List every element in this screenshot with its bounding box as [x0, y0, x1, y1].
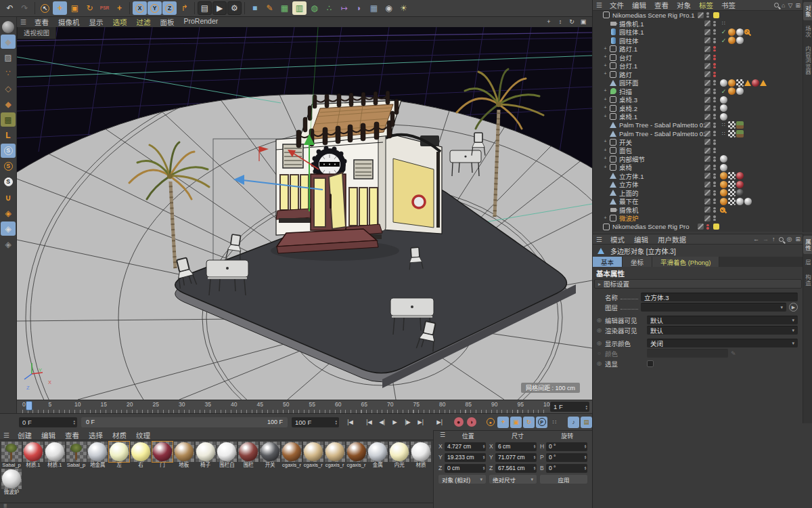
- object-row[interactable]: +开关: [593, 138, 803, 147]
- tag-check-icon[interactable]: [720, 37, 727, 44]
- expand-toggle[interactable]: +: [602, 54, 608, 60]
- layer-toggle[interactable]: [704, 148, 710, 154]
- tag-uv-icon[interactable]: [728, 130, 736, 137]
- expand-toggle[interactable]: +: [602, 97, 608, 103]
- visibility-dots[interactable]: [713, 28, 717, 35]
- coord-field[interactable]: 4.727 cm▴▾: [445, 442, 486, 451]
- render-settings-icon[interactable]: ⚙: [227, 1, 242, 15]
- tag-tri-icon[interactable]: [760, 80, 767, 86]
- tag-mat-icon[interactable]: [736, 28, 744, 36]
- tag-phong-icon[interactable]: [720, 198, 727, 205]
- snap-settings-icon[interactable]: S: [1, 159, 16, 173]
- lock-workplane-icon[interactable]: ◈: [1, 221, 16, 236]
- material-item[interactable]: 微波炉: [1, 469, 22, 496]
- tag-mat-icon[interactable]: [720, 155, 727, 163]
- material-item[interactable]: 内光: [389, 442, 410, 469]
- tag-uv-icon[interactable]: [728, 181, 736, 188]
- xray-checkbox[interactable]: [647, 360, 654, 367]
- autokeying-icon[interactable]: ◑: [466, 417, 477, 428]
- goto-start-icon[interactable]: |◀: [344, 417, 356, 428]
- visibility-dots[interactable]: [713, 105, 717, 112]
- render-view-icon[interactable]: ▤: [198, 1, 212, 15]
- object-name[interactable]: Palm Tree - Sabal Palmetto 01: [619, 130, 704, 137]
- tag-tree-icon[interactable]: [736, 121, 744, 129]
- tag-yellow-icon[interactable]: [713, 224, 719, 230]
- layer-toggle[interactable]: [704, 190, 710, 196]
- object-row[interactable]: +扫描: [593, 87, 803, 96]
- layer-toggle[interactable]: [704, 20, 710, 26]
- object-row[interactable]: +台灯: [593, 54, 803, 62]
- material-item[interactable]: 地板: [174, 442, 195, 469]
- layer-toggle[interactable]: [704, 139, 710, 145]
- visibility-dots[interactable]: [713, 122, 717, 129]
- tag-phong-icon[interactable]: [720, 172, 727, 179]
- goto-prev-key-icon[interactable]: |◀: [363, 417, 375, 428]
- spinner-arrows[interactable]: ▴▾: [73, 419, 75, 425]
- menu-item-标签[interactable]: 标签: [695, 0, 717, 11]
- dock-tab-构造[interactable]: 构造: [803, 271, 812, 289]
- tag-phong-icon[interactable]: [728, 28, 736, 36]
- tag-yellow-icon[interactable]: [713, 12, 719, 18]
- tag-tri-icon[interactable]: [744, 80, 751, 86]
- object-name[interactable]: Nikomedias Scene Rig Pro: [612, 223, 698, 230]
- object-row[interactable]: +桌椅: [593, 163, 803, 172]
- tag-uv-icon[interactable]: [736, 79, 744, 87]
- visibility-dots[interactable]: [713, 164, 717, 171]
- tag-phong-icon[interactable]: [720, 181, 727, 188]
- expand-toggle[interactable]: +: [602, 63, 608, 69]
- add-light-icon[interactable]: ☀: [397, 1, 411, 15]
- object-row[interactable]: 最下在: [593, 197, 803, 206]
- material-item[interactable]: 围栏: [238, 442, 259, 469]
- tag-mat-icon[interactable]: [720, 164, 727, 171]
- menu-item-纹理[interactable]: 纹理: [131, 429, 155, 441]
- playhead[interactable]: [26, 401, 32, 410]
- material-item[interactable]: 地金属: [87, 442, 108, 469]
- enable-snap-icon[interactable]: S: [1, 144, 16, 158]
- tag-mat-icon[interactable]: [720, 79, 727, 87]
- material-item[interactable]: 材质.1: [45, 442, 66, 469]
- play-icon[interactable]: ▶: [389, 417, 401, 428]
- keyframe-dot-icon[interactable]: ◎: [596, 360, 602, 366]
- object-row[interactable]: +桌椅.2: [593, 104, 803, 113]
- history-back-icon[interactable]: ←: [753, 236, 759, 242]
- tag-phong-icon[interactable]: [728, 37, 736, 44]
- pan-view-icon[interactable]: +: [544, 18, 554, 26]
- layer-toggle[interactable]: [704, 114, 710, 120]
- dock-tab-层[interactable]: 层: [803, 256, 812, 269]
- align-workplane-icon[interactable]: ◈: [1, 237, 16, 251]
- menu-item-过滤[interactable]: 过滤: [131, 16, 155, 28]
- timeline-ruler[interactable]: 0510152025303540455055606570758085909510…: [17, 400, 592, 413]
- menu-item-ProRender[interactable]: ProRender: [179, 16, 223, 28]
- menu-item-摄像机[interactable]: 摄像机: [53, 16, 85, 28]
- dock-tab-对象[interactable]: 对象: [803, 2, 812, 20]
- spinner-arrows[interactable]: ▴▾: [335, 419, 337, 425]
- tag-mat-icon[interactable]: [720, 104, 727, 112]
- spinner-arrows[interactable]: ▴▾: [584, 455, 586, 460]
- object-row[interactable]: +桌椅.1: [593, 112, 803, 121]
- keyframe-dot-icon[interactable]: ◎: [596, 327, 602, 333]
- coord-field[interactable]: 0 cm▴▾: [445, 464, 486, 473]
- tag-matdark-icon[interactable]: [736, 189, 744, 196]
- menu-item-面板[interactable]: 面板: [155, 16, 179, 28]
- edges-mode-icon[interactable]: ◇: [1, 81, 16, 96]
- tag-ban-icon[interactable]: [744, 29, 750, 35]
- object-row[interactable]: Palm Tree - Sabal Palmetto 01.1: [593, 121, 803, 130]
- object-row[interactable]: +面包: [593, 146, 803, 155]
- layer-toggle[interactable]: [704, 37, 710, 43]
- menu-item-对象[interactable]: 对象: [673, 0, 695, 11]
- add-cube-icon[interactable]: ■: [248, 1, 262, 15]
- object-row[interactable]: Nikomedias Scene Rig Pro.1: [593, 11, 803, 20]
- visibility-dots[interactable]: [713, 54, 717, 61]
- preview-range-slider[interactable]: 0 F 100 F: [81, 417, 288, 427]
- workplane-tweak-mode-icon[interactable]: ▩: [1, 112, 16, 127]
- spinner-arrows[interactable]: ▴▾: [533, 455, 535, 460]
- coord-field[interactable]: 0 °▴▾: [546, 442, 587, 451]
- material-item[interactable]: 左: [109, 442, 130, 469]
- layer-pick-button[interactable]: ▶: [789, 303, 798, 312]
- visibility-dots[interactable]: [713, 45, 717, 52]
- renderer-visibility-dropdown[interactable]: 默认 ▾: [647, 326, 798, 335]
- visibility-dots[interactable]: [713, 147, 717, 154]
- layer-field[interactable]: ▾: [641, 303, 786, 312]
- layer-toggle[interactable]: [704, 215, 710, 221]
- dock-tab-内容浏览器[interactable]: 内容浏览器: [803, 43, 812, 79]
